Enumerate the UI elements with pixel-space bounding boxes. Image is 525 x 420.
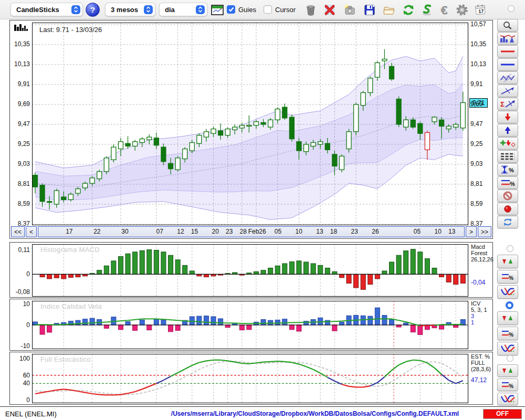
checkbox-unchecked-icon: [264, 5, 272, 14]
levels-icon: [499, 152, 516, 161]
sync-icon[interactable]: [419, 3, 434, 17]
axis-label: 9,91: [470, 80, 492, 88]
stochastic-chart[interactable]: [32, 354, 468, 403]
macd-arrows-button[interactable]: [497, 255, 518, 268]
svg-text:%: %: [509, 167, 514, 173]
icv-radio-selected[interactable]: [506, 301, 513, 309]
date-tick-label: 30: [121, 228, 128, 235]
search-icon: [500, 20, 516, 30]
icv-title: Indice Calidad Vela: [40, 302, 102, 310]
axis-label: -0,08: [10, 288, 30, 296]
macd-lines-percent-button[interactable]: %: [497, 270, 518, 284]
stochastic-curves-button[interactable]: [497, 393, 518, 405]
levels-button[interactable]: [497, 150, 518, 163]
price-chart[interactable]: [32, 23, 468, 225]
axis-label: 0: [10, 321, 30, 329]
lines-percent-button[interactable]: %: [497, 176, 518, 189]
stochastic-value: 47,12: [471, 377, 487, 383]
axis-label: 10,35: [470, 40, 492, 48]
stochastic-radio[interactable]: [507, 355, 513, 362]
zigzag-channel-button[interactable]: [497, 71, 518, 84]
nav-first-button[interactable]: <<: [11, 226, 25, 237]
save-icon[interactable]: [362, 3, 376, 17]
icv-curves-button[interactable]: [497, 342, 518, 355]
measure-percent-button[interactable]: %: [497, 163, 518, 176]
date-tick-label: Feb26: [248, 228, 266, 235]
guies-checkbox[interactable]: Guies: [227, 5, 256, 14]
sell-arrow-button[interactable]: [497, 111, 518, 123]
status-bar: ENEL (ENEL.MI) /Users/mserra/Library/Clo…: [0, 406, 525, 420]
gear-icon[interactable]: [455, 3, 469, 17]
red-line-button[interactable]: [497, 45, 518, 58]
arrows-icon: [501, 367, 514, 374]
zigzag-icon: [499, 73, 517, 82]
red-dot-icon: [502, 204, 513, 214]
date-tick-label: 13: [316, 228, 323, 235]
axis-label: 9,69: [470, 100, 492, 108]
axis-label: -10: [10, 342, 30, 350]
trash-icon[interactable]: [303, 3, 318, 17]
svg-text:%: %: [509, 383, 513, 389]
macd-curves-button[interactable]: [497, 285, 518, 299]
time-navigation: << < 172230071215202328Feb26051013182326…: [11, 226, 491, 237]
blue-up-arrow-icon: [502, 125, 513, 135]
interval-value: dia: [165, 6, 175, 14]
main-chart-radio[interactable]: [508, 5, 514, 12]
help-button[interactable]: ?: [86, 3, 100, 17]
blue-line-button[interactable]: [497, 58, 518, 71]
indicator-window-button[interactable]: [497, 32, 518, 45]
axis-label: 0: [10, 270, 30, 278]
stochastic-panel: Full Estocástico EST. %FULL(28,3,6) 47,1…: [9, 352, 493, 405]
stepper-icon: [71, 5, 80, 14]
date-tick-label: 15: [191, 228, 198, 235]
nav-next-button[interactable]: >: [466, 226, 477, 237]
off-button[interactable]: OFF: [483, 409, 522, 419]
snapshot-icon[interactable]: [342, 3, 356, 17]
stochastic-title: Full Estocástico: [40, 355, 91, 363]
axis-label: 9,25: [10, 140, 30, 148]
stochastic-arrows-button[interactable]: [497, 364, 518, 377]
nav-prev-button[interactable]: <: [26, 226, 37, 237]
cursor-checkbox[interactable]: Cursor: [264, 5, 296, 14]
axis-label: 8,37: [470, 220, 492, 227]
zoom-button[interactable]: [497, 19, 518, 32]
disable-button[interactable]: [497, 190, 518, 202]
symbol-label: ENEL (ENEL.MI): [5, 410, 57, 418]
nav-last-button[interactable]: >>: [478, 226, 491, 237]
date-tick-label: 26: [372, 228, 379, 235]
interval-select[interactable]: dia: [159, 3, 207, 16]
icv-arrows-button[interactable]: [497, 311, 518, 325]
macd-radio[interactable]: [507, 245, 513, 252]
euro-icon[interactable]: €: [438, 3, 452, 17]
axis-label: 60: [10, 372, 30, 379]
checkbox-checked-icon: [227, 5, 235, 14]
no-entry-icon: [501, 191, 514, 201]
axis-label: 0: [10, 396, 30, 404]
axis-label: 0,11: [10, 246, 30, 254]
lines-percent-icon: %: [499, 178, 516, 187]
axis-label: 100: [10, 355, 30, 362]
trendline-button[interactable]: [497, 85, 518, 97]
period-select[interactable]: 3 mesos: [105, 3, 155, 16]
axis-label: 10,35: [10, 40, 30, 48]
date-axis-strip[interactable]: 172230071215202328Feb2605101318232605101…: [38, 226, 465, 237]
reload-button[interactable]: [497, 216, 518, 228]
record-button[interactable]: [497, 203, 518, 215]
calendar-icon[interactable]: 17: [473, 3, 487, 17]
buy-arrow-button[interactable]: [497, 124, 518, 136]
period-value: 3 mesos: [111, 6, 138, 14]
stochastic-lines-percent-button[interactable]: %: [497, 379, 518, 391]
axis-label: 9,25: [470, 140, 492, 148]
chart-type-select[interactable]: CandleSticks: [10, 3, 83, 16]
data-window-icon[interactable]: [210, 3, 224, 17]
signals-button[interactable]: [497, 137, 518, 150]
stochastic-name: EST. %FULL(28,3,6): [471, 353, 491, 372]
date-tick-label: 10: [435, 228, 442, 235]
icv-lines-percent-button[interactable]: %: [497, 327, 518, 340]
refresh-icon[interactable]: [401, 3, 415, 17]
delete-icon[interactable]: [322, 3, 337, 17]
sigma-trend-button[interactable]: Σ: [497, 98, 518, 110]
sigma-trend-icon: Σ: [499, 99, 516, 109]
arrows-icon: [501, 314, 514, 322]
open-folder-icon[interactable]: [382, 3, 396, 17]
